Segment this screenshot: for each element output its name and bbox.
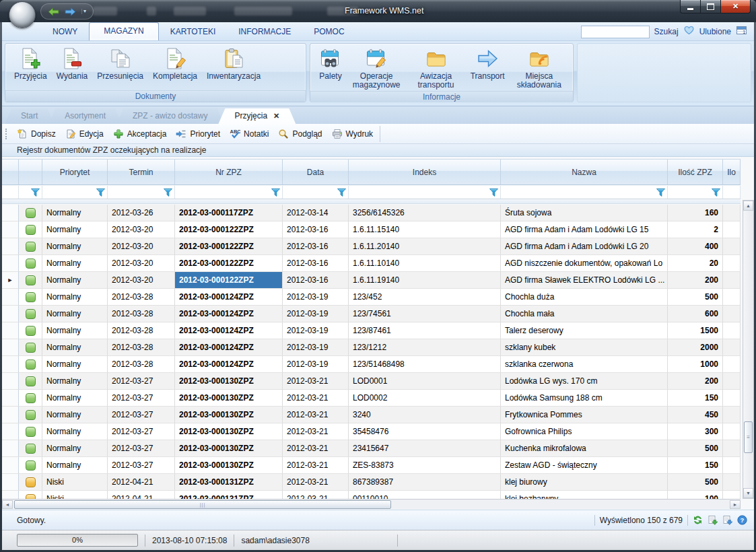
cell-indeks[interactable]: LOD0002	[349, 390, 501, 407]
column-header-ilosc[interactable]: Ilość ZPZ	[668, 160, 723, 184]
cell-nazwa[interactable]: Talerz deserowy	[501, 322, 668, 339]
cell-date[interactable]: 2012-03-19	[283, 356, 349, 373]
cell-nr[interactable]: 2012-03-000124ZPZ	[175, 339, 283, 356]
ribbon-item-wydania[interactable]: Wydania	[52, 46, 93, 82]
menu-tab-kartoteki[interactable]: KARTOTEKI	[159, 24, 228, 40]
cell-nazwa[interactable]: Chochla duża	[501, 289, 668, 306]
cell-indeks[interactable]: 123/1212	[349, 339, 501, 356]
ribbon-item-przyjęcia[interactable]: Przyjęcia	[9, 46, 52, 82]
toolbar-button-priorytet[interactable]: Priorytet	[171, 126, 225, 142]
status-cell[interactable]	[19, 457, 42, 474]
cell-ilo2[interactable]	[723, 356, 741, 373]
cell-ilosc[interactable]: 20	[668, 255, 723, 272]
cell-nazwa[interactable]: Zestaw AGD - świąteczny	[501, 457, 668, 474]
cell-date[interactable]: 2012-03-21	[283, 457, 349, 474]
cell-nr[interactable]: 2012-03-000122ZPZ	[175, 272, 283, 289]
cell-date[interactable]: 2012-03-19	[283, 322, 349, 339]
cell-nazwa[interactable]: Lodówka LG wys. 170 cm	[501, 373, 668, 390]
cell-ilosc[interactable]: 500	[668, 474, 723, 491]
cell-priority[interactable]: Normalny	[42, 272, 108, 289]
cell-termin[interactable]: 2012-03-27	[108, 390, 175, 407]
cell-indeks[interactable]: 3256/6145326	[349, 205, 501, 221]
cell-nazwa[interactable]: Gofrownica Philips	[501, 423, 668, 440]
cell-termin[interactable]: 2012-03-28	[108, 356, 175, 373]
cell-indeks[interactable]: 35458476	[349, 423, 501, 440]
column-header-indicator[interactable]	[2, 160, 19, 184]
cell-priority[interactable]: Normalny	[42, 457, 108, 474]
status-cell[interactable]	[19, 255, 42, 272]
toolbar-button-notatki[interactable]: ABCNotatki	[225, 126, 273, 142]
ribbon-item-palety[interactable]: Palety	[314, 46, 347, 82]
cell-nr[interactable]: 2012-03-000130ZPZ	[175, 373, 283, 390]
search-label[interactable]: Szukaj	[654, 27, 679, 36]
status-cell[interactable]	[19, 407, 42, 423]
cell-nazwa[interactable]: Lodówka Samsung 188 cm	[501, 390, 668, 407]
scroll-down-icon[interactable]: ▼	[743, 488, 753, 498]
cell-date[interactable]: 2012-03-16	[283, 238, 349, 255]
cell-indeks[interactable]: 1.6.11.15140	[349, 221, 501, 238]
cell-indeks[interactable]: 3240	[349, 407, 501, 423]
cell-nr[interactable]: 2012-03-000130ZPZ	[175, 457, 283, 474]
minimize-button[interactable]	[680, 0, 701, 13]
back-arrow-icon[interactable]	[48, 7, 59, 16]
cell-ilo2[interactable]	[723, 289, 741, 306]
send-grid-icon[interactable]	[722, 515, 732, 525]
cell-nazwa[interactable]: AGD firma Adam i Adam Lodówki LG 20	[501, 238, 668, 255]
scroll-right-icon[interactable]: ►	[730, 500, 741, 509]
cell-nr[interactable]: 2012-03-000124ZPZ	[175, 289, 283, 306]
filter-cell-date[interactable]	[283, 186, 349, 199]
ribbon-item-kompletacja[interactable]: Kompletacja	[148, 46, 202, 82]
cell-nazwa[interactable]: AGD niszczenie dokumentów, opakowań Lo	[501, 255, 668, 272]
filter-cell-nr[interactable]	[175, 186, 283, 199]
cell-date[interactable]: 2012-03-21	[283, 390, 349, 407]
cell-indeks[interactable]: 1.6.11.10140	[349, 255, 501, 272]
cell-nazwa[interactable]: klej biurowy	[501, 474, 668, 491]
cell-priority[interactable]: Normalny	[42, 373, 108, 390]
cell-indeks[interactable]: 123/51468498	[349, 356, 501, 373]
cell-ilosc[interactable]: 500	[668, 289, 723, 306]
cell-nr[interactable]: 2012-03-000131ZPZ	[175, 474, 283, 491]
filter-funnel-icon[interactable]	[656, 188, 665, 197]
cell-termin[interactable]: 2012-03-28	[108, 306, 175, 322]
filter-funnel-icon[interactable]	[271, 188, 280, 197]
cell-nazwa[interactable]: Kuchenka mikrofalowa	[501, 440, 668, 457]
toolbar-button-wydruk[interactable]: Wydruk	[327, 126, 378, 142]
table-row[interactable]: Normalny2012-03-282012-03-000124ZPZ2012-…	[2, 306, 741, 322]
status-cell[interactable]	[19, 289, 42, 306]
table-row[interactable]: Normalny2012-03-272012-03-000130ZPZ2012-…	[2, 440, 741, 457]
filter-funnel-icon[interactable]	[164, 188, 172, 197]
table-row[interactable]: Normalny2012-03-272012-03-000130ZPZ2012-…	[2, 407, 741, 423]
table-row[interactable]: Niski2012-04-212012-03-000131ZPZ2012-03-…	[2, 474, 741, 491]
cell-date[interactable]: 2012-03-21	[283, 423, 349, 440]
cell-ilo2[interactable]	[723, 457, 741, 474]
filter-cell-indeks[interactable]	[349, 186, 501, 199]
cell-nazwa[interactable]: AGD firma Adam i Adam Lodówki LG 15	[501, 221, 668, 238]
cell-nr[interactable]: 2012-03-000124ZPZ	[175, 356, 283, 373]
menu-tab-pomoc[interactable]: POMOC	[302, 24, 355, 40]
cell-nazwa[interactable]: Frytkownica Pommes	[501, 407, 668, 423]
table-row[interactable]: Normalny2012-03-282012-03-000124ZPZ2012-…	[2, 289, 741, 306]
app-orb-button[interactable]	[9, 1, 36, 28]
ribbon-item-operacje-magazynowe[interactable]: Operacje magazynowe	[347, 46, 406, 91]
filter-cell-priority[interactable]	[42, 186, 108, 199]
cell-priority[interactable]: Niski	[42, 474, 108, 491]
export-grid-icon[interactable]	[708, 515, 718, 525]
menu-tab-magazyn[interactable]: MAGAZYN	[89, 22, 158, 40]
cell-indeks[interactable]: 1.6.11.19140	[349, 272, 501, 289]
menu-tab-nowy[interactable]: NOWY	[41, 24, 89, 40]
status-cell[interactable]	[19, 423, 42, 440]
cell-priority[interactable]: Normalny	[42, 423, 108, 440]
cell-ilo2[interactable]	[723, 407, 741, 423]
cell-termin[interactable]: 2012-03-27	[108, 373, 175, 390]
toolbar-button-edycja[interactable]: Edycja	[61, 126, 108, 142]
filter-funnel-icon[interactable]	[337, 188, 346, 197]
table-row[interactable]: Normalny2012-03-282012-03-000124ZPZ2012-…	[2, 356, 741, 373]
cell-nazwa[interactable]: szklany kubek	[501, 339, 668, 356]
vertical-scroll-thumb[interactable]: ≡	[744, 421, 753, 453]
cell-nr[interactable]: 2012-03-000122ZPZ	[175, 238, 283, 255]
cell-ilosc[interactable]: 200	[668, 373, 723, 390]
cell-ilosc[interactable]: 400	[668, 238, 723, 255]
cell-nr[interactable]: 2012-03-000130ZPZ	[175, 423, 283, 440]
toolbar-button-podgląd[interactable]: Podgląd	[273, 126, 327, 142]
table-row[interactable]: ►Normalny2012-03-202012-03-000122ZPZ2012…	[2, 272, 741, 289]
